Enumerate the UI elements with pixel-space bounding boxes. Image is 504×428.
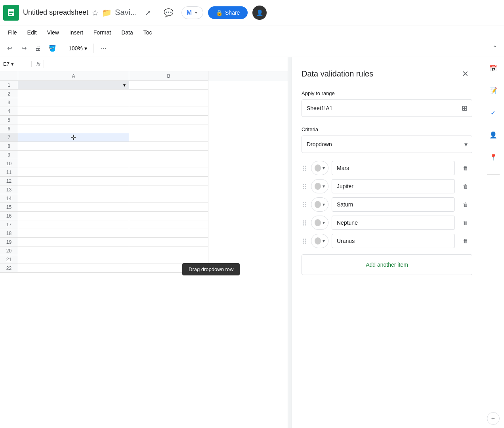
- cell-b7[interactable]: [129, 133, 208, 142]
- delete-neptune-button[interactable]: 🗑: [458, 216, 472, 230]
- cell-a20[interactable]: [18, 246, 129, 255]
- color-picker-3[interactable]: ▾: [311, 197, 328, 212]
- cell-a7[interactable]: ✛: [18, 133, 129, 142]
- item-input-uranus[interactable]: [332, 234, 455, 248]
- cell-a13[interactable]: [18, 185, 129, 194]
- range-input[interactable]: [302, 99, 472, 117]
- cell-b18[interactable]: [129, 229, 208, 238]
- cell-b15[interactable]: [129, 203, 208, 212]
- comment-icon[interactable]: 💬: [161, 5, 177, 21]
- drag-handle-4[interactable]: [302, 219, 308, 227]
- drag-handle-5[interactable]: [302, 237, 308, 245]
- undo-button[interactable]: ↩: [3, 42, 16, 55]
- calendar-icon[interactable]: 📅: [485, 60, 501, 76]
- cell-a5[interactable]: [18, 116, 129, 124]
- cell-a8[interactable]: [18, 142, 129, 151]
- cell-a17[interactable]: [18, 220, 129, 229]
- drag-handle-2[interactable]: [302, 182, 308, 191]
- tasks-icon[interactable]: ✓: [485, 105, 501, 120]
- cell-a16[interactable]: [18, 212, 129, 220]
- menu-insert[interactable]: Insert: [65, 28, 88, 37]
- delete-mars-button[interactable]: 🗑: [458, 161, 472, 175]
- cell-reference[interactable]: E7 ▾: [0, 61, 32, 67]
- scrollbar[interactable]: [288, 57, 292, 428]
- col-header-a[interactable]: A: [18, 71, 129, 81]
- dropdown-display[interactable]: ▾: [20, 82, 127, 89]
- color-picker-4[interactable]: ▾: [311, 216, 328, 230]
- col-header-b[interactable]: B: [129, 71, 208, 81]
- meet-button[interactable]: M: [181, 6, 203, 19]
- redo-button[interactable]: ↪: [17, 42, 30, 55]
- cell-a15[interactable]: [18, 203, 129, 212]
- print-button[interactable]: 🖨: [32, 42, 44, 55]
- star-icon[interactable]: ☆: [92, 8, 99, 17]
- collapse-button[interactable]: ⌃: [488, 42, 501, 55]
- formula-bar[interactable]: fx: [32, 60, 288, 68]
- contacts-icon[interactable]: 👤: [485, 127, 501, 143]
- drag-handle-3[interactable]: [302, 201, 308, 209]
- cell-b8[interactable]: [129, 142, 208, 151]
- cell-a1[interactable]: ▾: [18, 81, 129, 90]
- item-input-mars[interactable]: [332, 161, 455, 175]
- cell-a18[interactable]: [18, 229, 129, 238]
- grid-selector-icon[interactable]: ⊞: [462, 104, 468, 113]
- cell-b20[interactable]: [129, 246, 208, 255]
- criteria-select[interactable]: Dropdown Dropdown (from range) Checkbox …: [302, 136, 472, 153]
- drag-handle-1[interactable]: [302, 164, 308, 172]
- menu-data[interactable]: Data: [116, 28, 138, 37]
- cell-a12[interactable]: [18, 177, 129, 185]
- delete-jupiter-button[interactable]: 🗑: [458, 179, 472, 193]
- cell-a14[interactable]: [18, 194, 129, 203]
- cell-b21[interactable]: [129, 255, 208, 264]
- item-input-saturn[interactable]: [332, 197, 455, 212]
- cell-b10[interactable]: [129, 159, 208, 168]
- chart-icon[interactable]: ↗: [140, 5, 156, 21]
- cell-b13[interactable]: [129, 185, 208, 194]
- cell-b2[interactable]: [129, 90, 208, 98]
- cell-a19[interactable]: [18, 238, 129, 246]
- move-icon[interactable]: 📁: [102, 8, 112, 17]
- menu-view[interactable]: View: [42, 28, 64, 37]
- cell-a4[interactable]: [18, 107, 129, 116]
- menu-edit[interactable]: Edit: [23, 28, 42, 37]
- doc-title[interactable]: Untitled spreadsheet: [23, 8, 88, 17]
- paint-format-button[interactable]: 🪣: [46, 42, 59, 55]
- add-addon-button[interactable]: +: [487, 412, 500, 425]
- cell-b1[interactable]: [129, 81, 208, 90]
- cell-a6[interactable]: [18, 124, 129, 133]
- cell-b12[interactable]: [129, 177, 208, 185]
- cell-a3[interactable]: [18, 98, 129, 107]
- user-avatar[interactable]: 👤: [252, 6, 267, 20]
- grid-container[interactable]: A B 1 ▾ 2: [0, 71, 288, 428]
- cell-a21[interactable]: [18, 255, 129, 264]
- item-input-neptune[interactable]: [332, 216, 455, 230]
- cell-b17[interactable]: [129, 220, 208, 229]
- panel-close-button[interactable]: ✕: [458, 67, 472, 81]
- zoom-selector[interactable]: 100% ▾: [65, 44, 90, 53]
- cell-b14[interactable]: [129, 194, 208, 203]
- delete-uranus-button[interactable]: 🗑: [458, 234, 472, 248]
- item-input-jupiter[interactable]: [332, 179, 455, 193]
- delete-saturn-button[interactable]: 🗑: [458, 197, 472, 212]
- cell-b11[interactable]: [129, 168, 208, 177]
- cell-b4[interactable]: [129, 107, 208, 116]
- cell-b6[interactable]: [129, 124, 208, 133]
- menu-toc[interactable]: Toc: [139, 28, 157, 37]
- share-button[interactable]: 🔒 Share: [208, 6, 248, 19]
- cell-a11[interactable]: [18, 168, 129, 177]
- menu-file[interactable]: File: [3, 28, 22, 37]
- cell-b16[interactable]: [129, 212, 208, 220]
- color-picker-2[interactable]: ▾: [311, 179, 328, 193]
- menu-format[interactable]: Format: [89, 28, 116, 37]
- cell-b9[interactable]: [129, 151, 208, 159]
- color-picker-1[interactable]: ▾: [311, 161, 328, 175]
- cell-b3[interactable]: [129, 98, 208, 107]
- color-picker-5[interactable]: ▾: [311, 234, 328, 248]
- cell-b5[interactable]: [129, 116, 208, 124]
- maps-icon[interactable]: 📍: [485, 149, 501, 165]
- notes-icon[interactable]: 📝: [485, 82, 501, 98]
- more-options-button[interactable]: ⋯: [97, 42, 110, 55]
- cell-a9[interactable]: [18, 151, 129, 159]
- cell-a22[interactable]: [18, 264, 129, 273]
- cell-b19[interactable]: [129, 238, 208, 246]
